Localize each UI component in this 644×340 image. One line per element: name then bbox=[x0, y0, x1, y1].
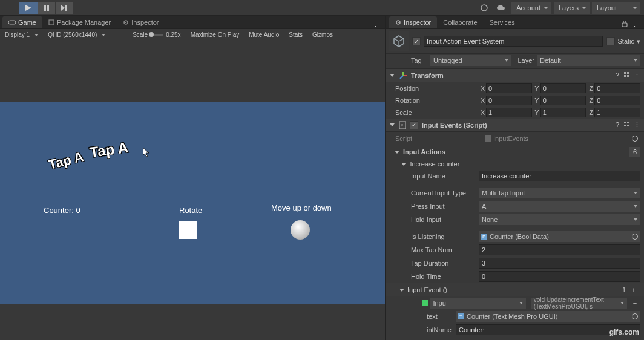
panel-menu-icon[interactable]: ⋮ bbox=[369, 21, 383, 28]
runtime-dropdown[interactable]: Inpu bbox=[430, 298, 525, 309]
mute-toggle[interactable]: Mute Audio bbox=[244, 31, 284, 38]
game-scene[interactable]: Tap A Tap A Counter: 0 Rotate Move up or… bbox=[0, 102, 385, 304]
svg-rect-13 bbox=[622, 23, 627, 27]
maximize-toggle[interactable]: Maximize On Play bbox=[186, 31, 245, 38]
object-picker-icon[interactable] bbox=[632, 234, 638, 240]
tap-duration-field[interactable]: 3 bbox=[479, 258, 640, 269]
stats-toggle[interactable]: Stats bbox=[284, 31, 307, 38]
object-picker-icon[interactable] bbox=[632, 313, 638, 319]
scale-y[interactable]: 1 bbox=[540, 108, 586, 117]
help-icon[interactable]: ? bbox=[616, 121, 619, 129]
position-label: Position bbox=[395, 85, 478, 92]
game-toolbar: Display 1 QHD (2560x1440) Scale 0.25x Ma… bbox=[0, 29, 385, 41]
layers-dropdown[interactable]: Layers bbox=[554, 2, 590, 14]
menu-icon[interactable]: ⋮ bbox=[634, 121, 640, 129]
foldout-icon[interactable] bbox=[394, 151, 400, 154]
press-input-dropdown[interactable]: A bbox=[479, 201, 640, 212]
input-events-header[interactable]: # Input Events (Script) ? ⋮ bbox=[386, 119, 644, 132]
max-tap-field[interactable]: 2 bbox=[479, 244, 640, 255]
tab-inspector[interactable]: Inspector bbox=[389, 16, 437, 28]
gameobject-icon[interactable] bbox=[389, 31, 409, 51]
help-icon[interactable]: ? bbox=[616, 71, 619, 80]
component-enabled-checkbox[interactable] bbox=[410, 121, 418, 129]
method-dropdown[interactable]: void UpdateIncrementText (TextMeshProUGU… bbox=[531, 298, 627, 309]
panel-menu-icon[interactable]: ⋮ bbox=[631, 21, 638, 28]
hold-time-field[interactable]: 0 bbox=[479, 271, 640, 282]
cube-object[interactable] bbox=[179, 221, 197, 239]
rot-z[interactable]: 0 bbox=[594, 96, 640, 105]
display-dropdown[interactable]: Display 1 bbox=[0, 31, 43, 38]
svg-marker-0 bbox=[25, 5, 31, 11]
scale-slider-thumb[interactable] bbox=[149, 32, 154, 37]
foldout-icon[interactable] bbox=[389, 123, 395, 126]
sphere-object[interactable] bbox=[291, 220, 310, 240]
tap-a-2-text: Tap A bbox=[88, 139, 129, 162]
svg-rect-25 bbox=[624, 125, 626, 126]
rot-y[interactable]: 0 bbox=[540, 96, 586, 105]
static-checkbox[interactable] bbox=[606, 37, 615, 45]
gameobject-name-field[interactable]: Input Action Event System bbox=[424, 36, 603, 47]
pos-x[interactable]: 0 bbox=[486, 83, 532, 93]
scale-x[interactable]: 1 bbox=[486, 108, 532, 117]
scale-value: 0.25x bbox=[166, 31, 180, 38]
input-actions-header[interactable]: Input Actions 6 bbox=[386, 145, 644, 159]
tap-duration-label: Tap Duration bbox=[411, 260, 476, 267]
play-button[interactable] bbox=[19, 2, 38, 14]
gameobject-active-checkbox[interactable] bbox=[412, 37, 421, 45]
step-button[interactable] bbox=[56, 2, 73, 14]
object-picker-icon[interactable] bbox=[632, 136, 638, 142]
svg-rect-18 bbox=[627, 72, 629, 74]
action-0-header[interactable]: = Increase counter bbox=[386, 159, 644, 169]
foldout-icon[interactable] bbox=[399, 289, 405, 292]
actions-count[interactable]: 6 bbox=[629, 147, 640, 157]
is-listening-field[interactable]: BCounter (Bool Data) bbox=[479, 231, 640, 242]
pos-z[interactable]: 0 bbox=[594, 83, 640, 93]
event-text-field[interactable]: TCounter (Text Mesh Pro UGUI) bbox=[456, 311, 640, 322]
input-event-header[interactable]: Input Event () 1 + bbox=[386, 283, 644, 296]
x-label: X bbox=[479, 85, 485, 92]
transform-header[interactable]: Transform ? ⋮ bbox=[386, 69, 644, 82]
tag-dropdown[interactable]: Untagged bbox=[430, 55, 511, 66]
current-type-dropdown[interactable]: Multi Tap Input bbox=[479, 188, 640, 198]
lock-icon[interactable] bbox=[622, 21, 628, 28]
hold-input-label: Hold Input bbox=[411, 216, 476, 223]
account-dropdown[interactable]: Account bbox=[511, 2, 551, 14]
add-event-button[interactable]: + bbox=[628, 285, 639, 295]
pause-button[interactable] bbox=[38, 2, 55, 14]
remove-event-button[interactable]: − bbox=[629, 298, 640, 308]
script-field[interactable]: InputEvents bbox=[482, 133, 640, 144]
foldout-icon[interactable] bbox=[401, 163, 407, 166]
scale-z[interactable]: 1 bbox=[594, 108, 640, 117]
tab-collaborate[interactable]: Collaborate bbox=[437, 16, 483, 28]
preset-icon[interactable] bbox=[623, 121, 630, 129]
svg-rect-4 bbox=[65, 5, 67, 11]
tab-services-label: Services bbox=[490, 19, 515, 26]
layout-dropdown[interactable]: Layout bbox=[592, 2, 640, 14]
foldout-icon[interactable] bbox=[389, 74, 395, 77]
resolution-dropdown[interactable]: QHD (2560x1440) bbox=[43, 31, 128, 38]
scale-slider[interactable] bbox=[150, 34, 163, 36]
tab-inspector-left[interactable]: Inspector bbox=[117, 16, 165, 28]
z-label: Z bbox=[587, 85, 593, 92]
tab-package-manager[interactable]: Package Manager bbox=[42, 16, 117, 28]
preset-icon[interactable] bbox=[623, 71, 630, 80]
hold-input-dropdown[interactable]: None bbox=[479, 214, 640, 225]
static-dropdown-icon[interactable]: ▾ bbox=[637, 38, 640, 45]
layer-dropdown[interactable]: Default bbox=[537, 55, 640, 66]
tab-services[interactable]: Services bbox=[484, 16, 521, 28]
event-text-label: text bbox=[427, 313, 453, 320]
drag-handle-icon[interactable]: = bbox=[394, 160, 398, 168]
script-file-icon bbox=[485, 135, 491, 142]
event-count: 1 bbox=[622, 286, 626, 293]
drag-handle-icon[interactable]: = bbox=[416, 299, 419, 307]
pos-y[interactable]: 0 bbox=[540, 83, 586, 93]
gizmos-toggle[interactable]: Gizmos bbox=[307, 31, 338, 38]
undo-history-icon[interactable] bbox=[476, 2, 492, 14]
tab-game[interactable]: Game bbox=[2, 16, 42, 28]
rot-x[interactable]: 0 bbox=[486, 96, 532, 105]
input-name-field[interactable]: Increase counter bbox=[479, 171, 640, 181]
step-icon bbox=[61, 5, 67, 11]
menu-icon[interactable]: ⋮ bbox=[634, 71, 640, 80]
cloud-button[interactable] bbox=[493, 2, 509, 14]
tap-a-1-text: Tap A bbox=[47, 149, 85, 172]
